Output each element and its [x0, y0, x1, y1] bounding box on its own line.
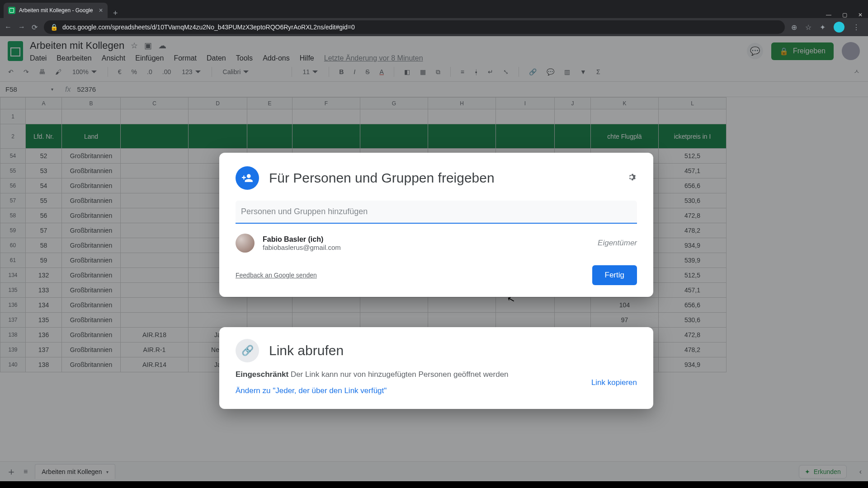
link-description: Der Link kann nur von hinzugefügten Pers… [288, 370, 508, 379]
new-tab-button[interactable]: + [108, 9, 123, 18]
owner-email: fabiobaslerus@gmail.com [263, 244, 341, 251]
address-bar[interactable]: 🔒 docs.google.com/spreadsheets/d/10TVamq… [44, 20, 785, 34]
window-close-button[interactable]: ✕ [858, 12, 863, 18]
lock-icon: 🔒 [50, 23, 58, 31]
gear-icon[interactable] [626, 172, 637, 184]
kebab-menu-icon[interactable]: ⋮ [853, 23, 861, 32]
zoom-icon[interactable]: ⊕ [791, 23, 797, 32]
forward-button[interactable]: → [18, 23, 25, 31]
close-tab-icon[interactable]: ✕ [99, 7, 103, 14]
link-icon: 🔗 [236, 339, 259, 362]
url-text: docs.google.com/spreadsheets/d/10TVamqMz… [62, 23, 355, 31]
done-button[interactable]: Fertig [592, 265, 637, 285]
browser-tab[interactable]: Arbeiten mit Kollegen - Google ✕ [4, 3, 108, 18]
browser-toolbar: ← → ⟳ 🔒 docs.google.com/spreadsheets/d/1… [0, 18, 868, 36]
reload-button[interactable]: ⟳ [32, 23, 38, 32]
get-link-dialog: 🔗 Link abrufen Eingeschränkt Der Link ka… [219, 327, 653, 409]
extensions-icon[interactable]: ✦ [820, 23, 826, 32]
add-people-input[interactable] [236, 201, 637, 223]
owner-role: Eigentümer [598, 239, 637, 248]
person-add-icon [236, 166, 259, 190]
owner-name: Fabio Basler (ich) [263, 235, 341, 244]
get-link-title: Link abrufen [269, 343, 344, 358]
copy-link-button[interactable]: Link kopieren [591, 378, 637, 387]
browser-tab-strip: Arbeiten mit Kollegen - Google ✕ + — ▢ ✕ [0, 0, 868, 18]
sheets-app: Arbeiten mit Kollegen ☆ ▣ ☁ Datei Bearbe… [0, 36, 868, 481]
window-minimize-button[interactable]: — [826, 12, 831, 18]
bookmark-icon[interactable]: ☆ [805, 23, 811, 32]
window-maximize-button[interactable]: ▢ [842, 12, 847, 18]
share-dialog: Für Personen und Gruppen freigeben Fabio… [219, 153, 653, 297]
tab-title: Arbeiten mit Kollegen - Google [19, 7, 93, 14]
profile-avatar[interactable] [834, 22, 844, 33]
back-button[interactable]: ← [5, 23, 12, 31]
sheets-favicon [8, 7, 15, 14]
feedback-link[interactable]: Feedback an Google senden [236, 272, 317, 279]
restricted-label: Eingeschränkt [236, 370, 288, 379]
change-access-link[interactable]: Ändern zu "Jeder, der über den Link verf… [236, 385, 387, 397]
owner-avatar [236, 234, 255, 253]
share-dialog-title: Für Personen und Gruppen freigeben [269, 170, 495, 186]
